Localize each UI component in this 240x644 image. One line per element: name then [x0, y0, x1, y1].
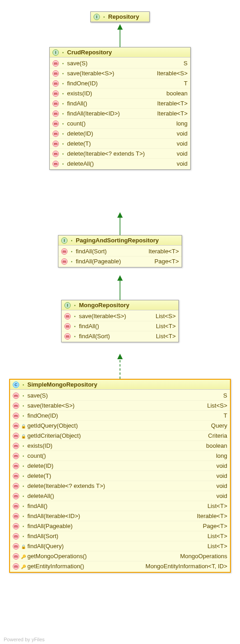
member-row[interactable]: mfindAll(Sort)List<T> — [10, 531, 230, 541]
visibility-icon — [102, 14, 106, 20]
member-signature: findOne(ID) — [67, 80, 98, 87]
member-row[interactable]: mfindAll(Sort)Iterable<T> — [58, 246, 182, 256]
member-signature: getIdQuery(Object) — [27, 422, 78, 429]
class-box-repo[interactable]: IRepository — [90, 11, 150, 22]
member-row[interactable]: msave(Iterable<S>)Iterable<S> — [50, 68, 190, 78]
class-box-crud[interactable]: ICrudRepositorymsave(S)Smsave(Iterable<S… — [49, 47, 191, 170]
method-icon: m — [52, 151, 59, 157]
visibility-icon — [61, 111, 65, 116]
method-icon: m — [52, 141, 59, 147]
member-return-type: void — [216, 472, 227, 479]
visibility-icon — [69, 259, 74, 264]
visibility-icon — [61, 141, 65, 147]
class-header[interactable]: CSimpleMongoRepository — [10, 380, 230, 390]
method-icon: m — [13, 483, 19, 489]
member-row[interactable]: mgetMongoOperations()MongoOperations — [10, 551, 230, 561]
visibility-icon — [21, 503, 26, 509]
method-icon: m — [13, 443, 19, 449]
member-row[interactable]: mdelete(T)void — [50, 138, 190, 148]
member-return-type: S — [183, 60, 188, 67]
member-row[interactable]: mfindAll(Sort)List<T> — [62, 331, 178, 341]
visibility-icon — [21, 534, 26, 539]
member-row[interactable]: msave(S)S — [50, 58, 190, 68]
member-row[interactable]: mcount()long — [10, 450, 230, 461]
member-row[interactable]: mfindAll(Pageable)Page<T> — [58, 256, 182, 266]
member-signature: exists(ID) — [27, 442, 52, 449]
member-row[interactable]: mfindOne(ID)T — [50, 78, 190, 88]
member-signature: save(Iterable<S>) — [27, 402, 74, 409]
member-return-type: Iterable<T> — [157, 110, 188, 117]
visibility-icon — [73, 303, 77, 308]
class-box-mongo[interactable]: IMongoRepositorymsave(Iterable<S>)List<S… — [61, 300, 179, 342]
class-box-simple[interactable]: CSimpleMongoRepositorymsave(S)Smsave(Ite… — [9, 379, 231, 573]
visibility-icon — [61, 161, 65, 167]
class-header[interactable]: IRepository — [91, 12, 149, 22]
member-row[interactable]: mdelete(Iterable<? extends T>)void — [50, 148, 190, 158]
member-row[interactable]: mgetIdCriteria(Object)Criteria — [10, 430, 230, 440]
visibility-icon — [61, 50, 65, 55]
method-icon: m — [61, 248, 68, 255]
member-row[interactable]: mfindAll(Iterable<ID>)Iterable<T> — [50, 108, 190, 118]
visibility-icon — [73, 324, 77, 329]
member-row[interactable]: mexists(ID)boolean — [10, 440, 230, 450]
member-row[interactable]: mgetIdQuery(Object)Query — [10, 420, 230, 430]
member-row[interactable]: msave(Iterable<S>)List<S> — [10, 400, 230, 410]
member-row[interactable]: msave(Iterable<S>)List<S> — [62, 311, 178, 321]
visibility-icon — [21, 393, 26, 398]
member-row[interactable]: mdelete(Iterable<? extends T>)void — [10, 481, 230, 491]
method-icon: m — [13, 513, 19, 519]
member-row[interactable]: mfindAll(Query)List<T> — [10, 541, 230, 551]
member-row[interactable]: mfindAll(Iterable<ID>)Iterable<T> — [10, 511, 230, 521]
member-signature: delete(T) — [67, 140, 91, 147]
visibility-icon — [61, 81, 65, 86]
member-row[interactable]: mdeleteAll()void — [50, 158, 190, 168]
member-row[interactable]: mfindAll(Pageable)Page<T> — [10, 521, 230, 531]
member-signature: findAll(Sort) — [76, 248, 107, 255]
visibility-icon — [21, 403, 26, 408]
method-icon: m — [13, 473, 19, 479]
method-icon: m — [13, 403, 19, 409]
method-icon: m — [52, 70, 59, 77]
visibility-icon — [61, 151, 65, 157]
member-signature: findAll() — [67, 100, 87, 107]
members-list: msave(Iterable<S>)List<S>mfindAll()List<… — [62, 310, 178, 342]
member-row[interactable]: mfindAll()Iterable<T> — [50, 98, 190, 108]
member-return-type: boolean — [167, 90, 188, 97]
class-header[interactable]: IPagingAndSortingRepository — [58, 236, 182, 246]
interface-icon: I — [52, 49, 59, 56]
class-title: SimpleMongoRepository — [27, 381, 97, 388]
member-signature: save(Iterable<S>) — [79, 313, 126, 319]
member-row[interactable]: mfindAll()List<T> — [62, 321, 178, 331]
class-header[interactable]: ICrudRepository — [50, 47, 190, 58]
member-return-type: List<S> — [156, 313, 176, 319]
member-return-type: Criteria — [208, 432, 227, 439]
visibility-icon — [69, 238, 74, 243]
member-row[interactable]: mfindAll()List<T> — [10, 501, 230, 511]
method-icon: m — [61, 258, 68, 265]
member-row[interactable]: mexists(ID)boolean — [50, 88, 190, 98]
member-row[interactable]: msave(S)S — [10, 391, 230, 400]
member-row[interactable]: mdelete(T)void — [10, 471, 230, 481]
member-return-type: S — [223, 392, 227, 399]
member-return-type: Iterable<T> — [157, 100, 188, 107]
method-icon: m — [13, 503, 19, 509]
member-row[interactable]: mcount()long — [50, 118, 190, 128]
method-icon: m — [13, 553, 19, 560]
method-icon: m — [52, 120, 59, 127]
member-signature: save(S) — [27, 392, 48, 399]
class-box-paging[interactable]: IPagingAndSortingRepositorymfindAll(Sort… — [58, 235, 182, 267]
member-row[interactable]: mdelete(ID)void — [50, 128, 190, 138]
member-signature: save(Iterable<S>) — [67, 70, 114, 77]
class-header[interactable]: IMongoRepository — [62, 300, 178, 310]
method-icon: m — [13, 423, 19, 429]
member-return-type: List<T> — [208, 503, 227, 509]
member-row[interactable]: mdelete(ID)void — [10, 461, 230, 471]
member-row[interactable]: mdeleteAll()void — [10, 491, 230, 501]
member-signature: findAll() — [27, 503, 47, 509]
method-icon: m — [13, 433, 19, 439]
member-signature: deleteAll() — [67, 160, 94, 167]
member-row[interactable]: mgetEntityInformation()MongoEntityInform… — [10, 561, 230, 571]
member-signature: delete(Iterable<? extends T>) — [67, 150, 145, 157]
member-signature: findAll(Pageable) — [27, 523, 73, 529]
member-row[interactable]: mfindOne(ID)T — [10, 410, 230, 420]
